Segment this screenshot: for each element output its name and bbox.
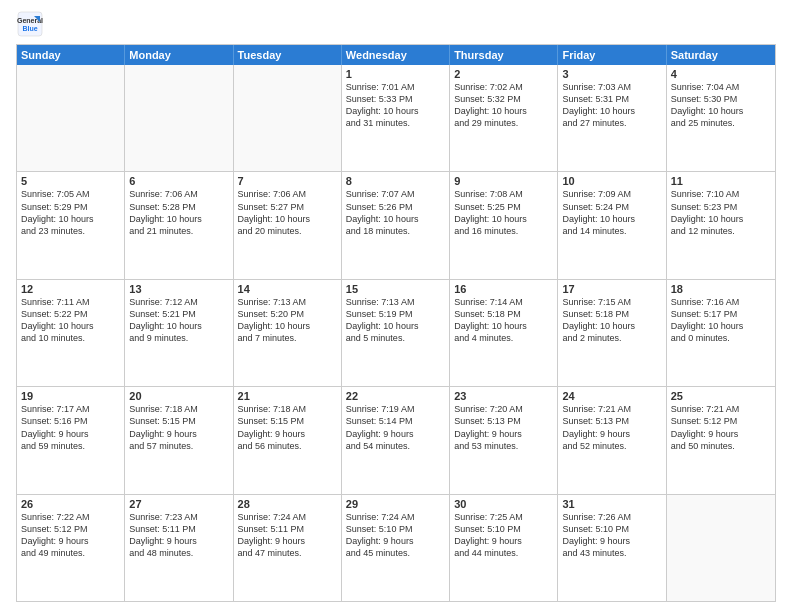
day-info: Sunrise: 7:22 AM Sunset: 5:12 PM Dayligh… — [21, 511, 120, 560]
day-info: Sunrise: 7:18 AM Sunset: 5:15 PM Dayligh… — [129, 403, 228, 452]
day-info: Sunrise: 7:06 AM Sunset: 5:27 PM Dayligh… — [238, 188, 337, 237]
empty-cell — [234, 65, 342, 171]
day-info: Sunrise: 7:21 AM Sunset: 5:13 PM Dayligh… — [562, 403, 661, 452]
day-header-wednesday: Wednesday — [342, 45, 450, 65]
day-cell-27: 27Sunrise: 7:23 AM Sunset: 5:11 PM Dayli… — [125, 495, 233, 601]
day-cell-3: 3Sunrise: 7:03 AM Sunset: 5:31 PM Daylig… — [558, 65, 666, 171]
day-number: 21 — [238, 390, 337, 402]
day-cell-22: 22Sunrise: 7:19 AM Sunset: 5:14 PM Dayli… — [342, 387, 450, 493]
day-info: Sunrise: 7:12 AM Sunset: 5:21 PM Dayligh… — [129, 296, 228, 345]
day-number: 13 — [129, 283, 228, 295]
day-info: Sunrise: 7:04 AM Sunset: 5:30 PM Dayligh… — [671, 81, 771, 130]
day-info: Sunrise: 7:18 AM Sunset: 5:15 PM Dayligh… — [238, 403, 337, 452]
day-number: 30 — [454, 498, 553, 510]
day-info: Sunrise: 7:15 AM Sunset: 5:18 PM Dayligh… — [562, 296, 661, 345]
calendar-header: SundayMondayTuesdayWednesdayThursdayFrid… — [17, 45, 775, 65]
day-info: Sunrise: 7:24 AM Sunset: 5:11 PM Dayligh… — [238, 511, 337, 560]
day-number: 5 — [21, 175, 120, 187]
day-number: 6 — [129, 175, 228, 187]
day-info: Sunrise: 7:08 AM Sunset: 5:25 PM Dayligh… — [454, 188, 553, 237]
logo-icon: General Blue — [16, 10, 44, 38]
day-cell-8: 8Sunrise: 7:07 AM Sunset: 5:26 PM Daylig… — [342, 172, 450, 278]
calendar-body: 1Sunrise: 7:01 AM Sunset: 5:33 PM Daylig… — [17, 65, 775, 601]
day-number: 31 — [562, 498, 661, 510]
day-cell-24: 24Sunrise: 7:21 AM Sunset: 5:13 PM Dayli… — [558, 387, 666, 493]
day-header-thursday: Thursday — [450, 45, 558, 65]
day-info: Sunrise: 7:16 AM Sunset: 5:17 PM Dayligh… — [671, 296, 771, 345]
day-number: 3 — [562, 68, 661, 80]
day-cell-16: 16Sunrise: 7:14 AM Sunset: 5:18 PM Dayli… — [450, 280, 558, 386]
day-number: 4 — [671, 68, 771, 80]
week-row-2: 5Sunrise: 7:05 AM Sunset: 5:29 PM Daylig… — [17, 171, 775, 278]
day-info: Sunrise: 7:09 AM Sunset: 5:24 PM Dayligh… — [562, 188, 661, 237]
day-cell-15: 15Sunrise: 7:13 AM Sunset: 5:19 PM Dayli… — [342, 280, 450, 386]
day-cell-6: 6Sunrise: 7:06 AM Sunset: 5:28 PM Daylig… — [125, 172, 233, 278]
day-cell-26: 26Sunrise: 7:22 AM Sunset: 5:12 PM Dayli… — [17, 495, 125, 601]
day-cell-7: 7Sunrise: 7:06 AM Sunset: 5:27 PM Daylig… — [234, 172, 342, 278]
day-number: 11 — [671, 175, 771, 187]
day-cell-12: 12Sunrise: 7:11 AM Sunset: 5:22 PM Dayli… — [17, 280, 125, 386]
day-header-sunday: Sunday — [17, 45, 125, 65]
day-info: Sunrise: 7:02 AM Sunset: 5:32 PM Dayligh… — [454, 81, 553, 130]
day-info: Sunrise: 7:13 AM Sunset: 5:19 PM Dayligh… — [346, 296, 445, 345]
day-number: 10 — [562, 175, 661, 187]
header: General Blue — [16, 10, 776, 38]
day-cell-30: 30Sunrise: 7:25 AM Sunset: 5:10 PM Dayli… — [450, 495, 558, 601]
page: General Blue SundayMondayTuesdayWednesda… — [0, 0, 792, 612]
week-row-3: 12Sunrise: 7:11 AM Sunset: 5:22 PM Dayli… — [17, 279, 775, 386]
day-number: 1 — [346, 68, 445, 80]
empty-cell — [125, 65, 233, 171]
day-cell-2: 2Sunrise: 7:02 AM Sunset: 5:32 PM Daylig… — [450, 65, 558, 171]
logo: General Blue — [16, 10, 48, 38]
week-row-1: 1Sunrise: 7:01 AM Sunset: 5:33 PM Daylig… — [17, 65, 775, 171]
day-number: 7 — [238, 175, 337, 187]
day-info: Sunrise: 7:19 AM Sunset: 5:14 PM Dayligh… — [346, 403, 445, 452]
day-cell-14: 14Sunrise: 7:13 AM Sunset: 5:20 PM Dayli… — [234, 280, 342, 386]
day-cell-25: 25Sunrise: 7:21 AM Sunset: 5:12 PM Dayli… — [667, 387, 775, 493]
week-row-4: 19Sunrise: 7:17 AM Sunset: 5:16 PM Dayli… — [17, 386, 775, 493]
day-number: 24 — [562, 390, 661, 402]
day-number: 23 — [454, 390, 553, 402]
empty-cell — [667, 495, 775, 601]
day-number: 19 — [21, 390, 120, 402]
day-number: 8 — [346, 175, 445, 187]
day-number: 14 — [238, 283, 337, 295]
day-info: Sunrise: 7:05 AM Sunset: 5:29 PM Dayligh… — [21, 188, 120, 237]
day-info: Sunrise: 7:10 AM Sunset: 5:23 PM Dayligh… — [671, 188, 771, 237]
day-header-saturday: Saturday — [667, 45, 775, 65]
day-number: 25 — [671, 390, 771, 402]
day-cell-10: 10Sunrise: 7:09 AM Sunset: 5:24 PM Dayli… — [558, 172, 666, 278]
day-info: Sunrise: 7:06 AM Sunset: 5:28 PM Dayligh… — [129, 188, 228, 237]
day-info: Sunrise: 7:20 AM Sunset: 5:13 PM Dayligh… — [454, 403, 553, 452]
day-number: 18 — [671, 283, 771, 295]
svg-rect-0 — [18, 12, 42, 36]
day-info: Sunrise: 7:07 AM Sunset: 5:26 PM Dayligh… — [346, 188, 445, 237]
day-cell-19: 19Sunrise: 7:17 AM Sunset: 5:16 PM Dayli… — [17, 387, 125, 493]
day-cell-4: 4Sunrise: 7:04 AM Sunset: 5:30 PM Daylig… — [667, 65, 775, 171]
day-cell-28: 28Sunrise: 7:24 AM Sunset: 5:11 PM Dayli… — [234, 495, 342, 601]
day-cell-1: 1Sunrise: 7:01 AM Sunset: 5:33 PM Daylig… — [342, 65, 450, 171]
day-info: Sunrise: 7:23 AM Sunset: 5:11 PM Dayligh… — [129, 511, 228, 560]
day-number: 12 — [21, 283, 120, 295]
day-cell-17: 17Sunrise: 7:15 AM Sunset: 5:18 PM Dayli… — [558, 280, 666, 386]
day-cell-23: 23Sunrise: 7:20 AM Sunset: 5:13 PM Dayli… — [450, 387, 558, 493]
day-cell-5: 5Sunrise: 7:05 AM Sunset: 5:29 PM Daylig… — [17, 172, 125, 278]
day-cell-21: 21Sunrise: 7:18 AM Sunset: 5:15 PM Dayli… — [234, 387, 342, 493]
day-number: 22 — [346, 390, 445, 402]
day-info: Sunrise: 7:21 AM Sunset: 5:12 PM Dayligh… — [671, 403, 771, 452]
day-info: Sunrise: 7:24 AM Sunset: 5:10 PM Dayligh… — [346, 511, 445, 560]
day-number: 2 — [454, 68, 553, 80]
day-number: 15 — [346, 283, 445, 295]
day-info: Sunrise: 7:17 AM Sunset: 5:16 PM Dayligh… — [21, 403, 120, 452]
week-row-5: 26Sunrise: 7:22 AM Sunset: 5:12 PM Dayli… — [17, 494, 775, 601]
day-number: 9 — [454, 175, 553, 187]
day-number: 20 — [129, 390, 228, 402]
day-cell-31: 31Sunrise: 7:26 AM Sunset: 5:10 PM Dayli… — [558, 495, 666, 601]
day-info: Sunrise: 7:01 AM Sunset: 5:33 PM Dayligh… — [346, 81, 445, 130]
empty-cell — [17, 65, 125, 171]
day-header-monday: Monday — [125, 45, 233, 65]
day-number: 28 — [238, 498, 337, 510]
day-number: 27 — [129, 498, 228, 510]
day-cell-13: 13Sunrise: 7:12 AM Sunset: 5:21 PM Dayli… — [125, 280, 233, 386]
day-info: Sunrise: 7:03 AM Sunset: 5:31 PM Dayligh… — [562, 81, 661, 130]
